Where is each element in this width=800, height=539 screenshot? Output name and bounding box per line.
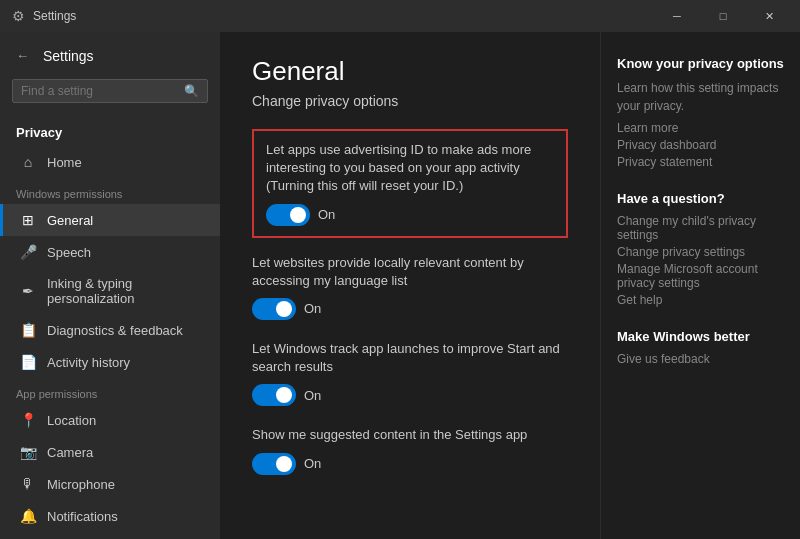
question-section: Have a question? Change my child's priva… [617, 191, 784, 307]
inking-icon: ✒ [19, 283, 37, 299]
general-icon: ⊞ [19, 212, 37, 228]
sidebar-item-activity[interactable]: 📄 Activity history [0, 346, 220, 378]
minimize-button[interactable]: ─ [654, 0, 700, 32]
page-subtitle: Change privacy options [252, 93, 568, 109]
sidebar-item-home-label: Home [47, 155, 82, 170]
maximize-button[interactable]: □ [700, 0, 746, 32]
sidebar-item-inking[interactable]: ✒ Inking & typing personalization [0, 268, 220, 314]
question-heading: Have a question? [617, 191, 784, 206]
privacy-statement-link[interactable]: Privacy statement [617, 155, 784, 169]
speech-icon: 🎤 [19, 244, 37, 260]
privacy-heading: Privacy [0, 115, 220, 146]
tracking-setting: Let Windows track app launches to improv… [252, 340, 568, 406]
search-icon: 🔍 [184, 84, 199, 98]
sidebar-item-notifications-label: Notifications [47, 509, 118, 524]
close-button[interactable]: ✕ [746, 0, 792, 32]
learn-more-link[interactable]: Learn more [617, 121, 784, 135]
activity-icon: 📄 [19, 354, 37, 370]
child-privacy-link[interactable]: Change my child's privacy settings [617, 214, 784, 242]
title-bar-controls: ─ □ ✕ [654, 0, 792, 32]
title-bar: ⚙ Settings ─ □ ✕ [0, 0, 800, 32]
suggested-description: Show me suggested content in the Setting… [252, 426, 568, 444]
language-description: Let websites provide locally relevant co… [252, 254, 568, 290]
suggested-toggle-row: On [252, 453, 568, 475]
title-bar-left: ⚙ Settings [12, 8, 76, 24]
sidebar-nav-top: ← Settings [0, 32, 220, 75]
sidebar-settings-label: Settings [43, 48, 94, 64]
sidebar-item-location-label: Location [47, 413, 96, 428]
sidebar-item-microphone-label: Microphone [47, 477, 115, 492]
app-permissions-label: App permissions [0, 378, 220, 404]
language-toggle-label: On [304, 301, 321, 316]
settings-window-icon: ⚙ [12, 8, 25, 24]
sidebar-item-location[interactable]: 📍 Location [0, 404, 220, 436]
language-toggle[interactable] [252, 298, 296, 320]
location-icon: 📍 [19, 412, 37, 428]
notifications-icon: 🔔 [19, 508, 37, 524]
sidebar-item-microphone[interactable]: 🎙 Microphone [0, 468, 220, 500]
sidebar-item-activity-label: Activity history [47, 355, 130, 370]
better-heading: Make Windows better [617, 329, 784, 344]
suggested-setting: Show me suggested content in the Setting… [252, 426, 568, 474]
sidebar-item-general-label: General [47, 213, 93, 228]
sidebar-item-diagnostics[interactable]: 📋 Diagnostics & feedback [0, 314, 220, 346]
main-content: General Change privacy options Let apps … [220, 32, 600, 539]
better-section: Make Windows better Give us feedback [617, 329, 784, 366]
sidebar-item-diagnostics-label: Diagnostics & feedback [47, 323, 183, 338]
suggested-toggle[interactable] [252, 453, 296, 475]
microphone-icon: 🎙 [19, 476, 37, 492]
back-button[interactable]: ← [12, 44, 33, 67]
camera-icon: 📷 [19, 444, 37, 460]
sidebar-item-notifications[interactable]: 🔔 Notifications [0, 500, 220, 532]
give-feedback-link[interactable]: Give us feedback [617, 352, 784, 366]
search-input[interactable] [21, 84, 178, 98]
suggested-toggle-label: On [304, 456, 321, 471]
page-title: General [252, 56, 568, 87]
tracking-toggle[interactable] [252, 384, 296, 406]
diagnostics-icon: 📋 [19, 322, 37, 338]
get-help-link[interactable]: Get help [617, 293, 784, 307]
sidebar-item-camera-label: Camera [47, 445, 93, 460]
home-icon: ⌂ [19, 154, 37, 170]
advertising-setting: Let apps use advertising ID to make ads … [252, 129, 568, 238]
privacy-options-section: Know your privacy options Learn how this… [617, 56, 784, 169]
sidebar-item-speech-label: Speech [47, 245, 91, 260]
right-panel: Know your privacy options Learn how this… [600, 32, 800, 539]
privacy-dashboard-link[interactable]: Privacy dashboard [617, 138, 784, 152]
manage-account-privacy-link[interactable]: Manage Microsoft account privacy setting… [617, 262, 784, 290]
sidebar-item-general[interactable]: ⊞ General [0, 204, 220, 236]
sidebar-item-home[interactable]: ⌂ Home [0, 146, 220, 178]
advertising-toggle-label: On [318, 207, 335, 222]
title-bar-text: Settings [33, 9, 76, 23]
privacy-options-body: Learn how this setting impacts your priv… [617, 79, 784, 115]
windows-permissions-label: Windows permissions [0, 178, 220, 204]
sidebar-item-inking-label: Inking & typing personalization [47, 276, 204, 306]
app-body: ← Settings 🔍 Privacy ⌂ Home Windows perm… [0, 32, 800, 539]
privacy-options-heading: Know your privacy options [617, 56, 784, 71]
sidebar-item-camera[interactable]: 📷 Camera [0, 436, 220, 468]
search-box[interactable]: 🔍 [12, 79, 208, 103]
advertising-toggle[interactable] [266, 204, 310, 226]
tracking-description: Let Windows track app launches to improv… [252, 340, 568, 376]
sidebar: ← Settings 🔍 Privacy ⌂ Home Windows perm… [0, 32, 220, 539]
change-privacy-link[interactable]: Change privacy settings [617, 245, 784, 259]
sidebar-item-speech[interactable]: 🎤 Speech [0, 236, 220, 268]
advertising-description: Let apps use advertising ID to make ads … [266, 141, 554, 196]
language-toggle-row: On [252, 298, 568, 320]
advertising-toggle-row: On [266, 204, 554, 226]
tracking-toggle-row: On [252, 384, 568, 406]
language-setting: Let websites provide locally relevant co… [252, 254, 568, 320]
tracking-toggle-label: On [304, 388, 321, 403]
